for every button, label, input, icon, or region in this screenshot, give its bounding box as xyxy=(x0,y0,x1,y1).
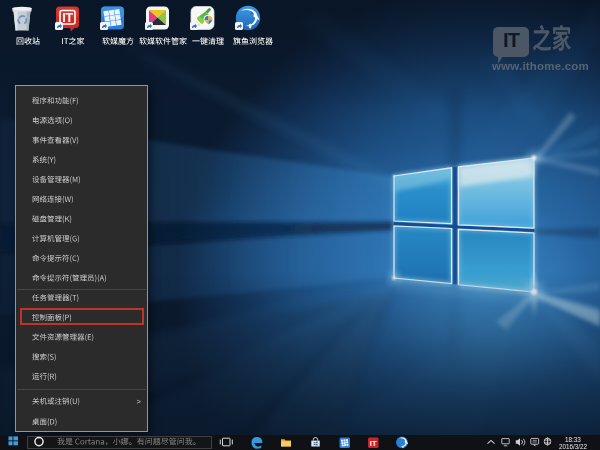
svg-text:IT: IT xyxy=(62,11,73,25)
svg-text:IT: IT xyxy=(370,439,377,448)
